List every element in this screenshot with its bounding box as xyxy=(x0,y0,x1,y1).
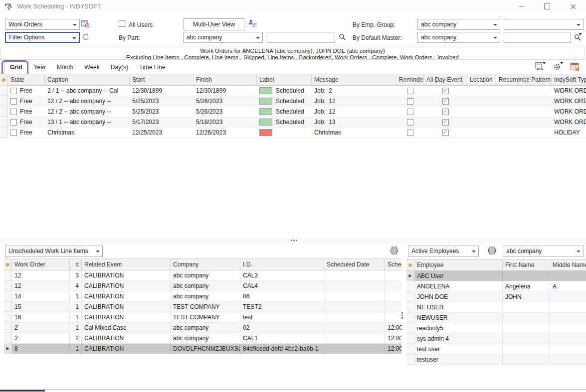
row-checkbox[interactable] xyxy=(10,88,17,94)
maximize-button[interactable] xyxy=(534,0,560,13)
table-row[interactable]: 14 1 CALIBRATION abc company 06 xyxy=(4,291,401,302)
emp-group-combo-2[interactable] xyxy=(504,19,584,30)
table-row[interactable]: test user xyxy=(406,344,586,355)
location-cell xyxy=(467,128,496,137)
col-work-order[interactable]: Work Order xyxy=(12,259,70,270)
col-start[interactable]: Start xyxy=(130,74,194,85)
related-event-cell: CALIBRATION xyxy=(82,302,171,312)
tab-timeline[interactable]: Time Line xyxy=(134,61,171,74)
employees-view-combo[interactable]: Active Employees xyxy=(408,246,479,257)
table-row[interactable]: 12 4 CALIBRATION abc company CAL4 xyxy=(4,281,401,291)
col-location[interactable]: Location xyxy=(467,74,496,85)
all-day-checkbox[interactable] xyxy=(442,109,449,115)
reminder-checkbox[interactable] xyxy=(407,109,413,115)
table-row[interactable]: 2 2 CALIBRATION abc company CAL1 12:00:0… xyxy=(4,333,401,344)
row-checkbox[interactable] xyxy=(10,130,17,136)
table-row[interactable]: NEWUSER xyxy=(406,313,586,323)
emp-group-value: abc company xyxy=(421,21,456,28)
employee-company-combo[interactable]: abc company xyxy=(503,246,584,257)
reminder-checkbox[interactable] xyxy=(407,119,413,126)
table-row[interactable]: JOHN DOE JOHN xyxy=(406,292,586,302)
table-row[interactable]: NE USER xyxy=(406,302,586,313)
tab-month[interactable]: Month xyxy=(51,61,79,74)
col-message[interactable]: Message xyxy=(312,74,396,85)
col-first-name[interactable]: First Name xyxy=(503,260,550,270)
table-row[interactable]: 15 1 CALIBRATION TEST COMPANY TEST2 xyxy=(4,302,401,312)
table-row-selected[interactable]: ▶ ABC User xyxy=(406,271,586,281)
all-day-checkbox[interactable] xyxy=(442,98,449,105)
multi-user-view-button[interactable]: Multi-User View xyxy=(184,18,244,30)
reminder-checkbox[interactable] xyxy=(407,88,413,94)
row-checkbox[interactable] xyxy=(10,98,17,105)
all-day-checkbox[interactable] xyxy=(442,130,449,136)
header-indicator-cell[interactable] xyxy=(0,74,8,85)
horizontal-splitter[interactable] xyxy=(0,237,586,244)
print-icon-left[interactable] xyxy=(390,247,399,256)
table-row[interactable]: testuser xyxy=(406,355,586,365)
default-master-combo[interactable]: abc company xyxy=(417,32,500,43)
table-row[interactable]: Free 12 / 2 -- abc company -- 5/25/2023 … xyxy=(0,96,586,107)
col-finish[interactable]: Finish xyxy=(194,74,257,85)
col-caption[interactable]: Caption xyxy=(45,74,130,85)
table-row[interactable]: Free 13 / 1 -- abc company -- 5/17/2023 … xyxy=(0,117,586,128)
row-checkbox[interactable] xyxy=(10,109,17,115)
unscheduled-items-combo[interactable]: Unscheduled Work Line Items xyxy=(5,246,103,257)
emp-group-combo[interactable]: abc company xyxy=(417,19,500,30)
table-row[interactable]: Free 2 / 1 -- abc company -- Cal 12/30/1… xyxy=(0,86,586,96)
gear-settings-icon[interactable] xyxy=(553,62,564,72)
col-reminder[interactable]: Reminder xyxy=(396,74,424,85)
default-master-search-input[interactable] xyxy=(504,32,571,43)
header-indicator-cell[interactable] xyxy=(406,260,414,270)
col-middle-name[interactable]: Middle Name xyxy=(550,260,586,270)
table-row[interactable]: 2 1 Cal Mixed Case abc company 02 12:00:… xyxy=(4,323,401,333)
col-company[interactable]: Company xyxy=(171,259,240,270)
employee-cell: NE USER xyxy=(414,302,503,312)
table-row[interactable]: ANGELENA Angelena A xyxy=(406,281,586,292)
search-dropdown-icon[interactable] xyxy=(574,32,583,41)
minimize-button[interactable] xyxy=(508,0,534,13)
calendar-clock-icon[interactable] xyxy=(81,19,90,28)
row-checkbox[interactable] xyxy=(10,119,17,126)
col-recurrence-pattern[interactable]: Recurrence Pattern xyxy=(496,74,552,85)
by-part-combo[interactable]: abc company xyxy=(183,32,263,43)
multi-user-icon[interactable] xyxy=(248,19,257,28)
table-row[interactable]: readonly5 xyxy=(406,323,586,334)
header-indicator-cell[interactable] xyxy=(4,259,12,270)
by-part-search-input[interactable] xyxy=(267,32,335,43)
reminder-checkbox[interactable] xyxy=(407,98,413,105)
col-id[interactable]: I.D. xyxy=(240,259,324,270)
all-day-checkbox[interactable] xyxy=(442,88,449,94)
view-type-combo[interactable]: Work Orders xyxy=(5,19,80,30)
table-row[interactable]: 12 3 CALIBRATION abc company CAL3 xyxy=(4,270,401,281)
tab-days[interactable]: Day(s) xyxy=(105,61,134,74)
col-all-day-event[interactable]: All Day Event xyxy=(424,74,467,85)
save-layout-icon[interactable] xyxy=(535,62,546,72)
search-icon[interactable] xyxy=(339,33,348,42)
table-row[interactable]: Free 12 / 2 -- abc company -- 5/25/2023 … xyxy=(0,107,586,117)
tab-week[interactable]: Week xyxy=(79,61,105,74)
col-employee[interactable]: Employee xyxy=(414,260,503,270)
all-day-checkbox[interactable] xyxy=(442,119,449,126)
filter-options-combo[interactable]: Filter Options xyxy=(5,32,80,43)
table-row-selected[interactable]: ▶ 8 1 CALIBRATION DOVDLFHCNMZJBUXSLFCGNU… xyxy=(4,344,401,354)
table-row[interactable]: 16 1 CALIBRATION TEST COMPANY test xyxy=(4,312,401,323)
col-number[interactable]: # xyxy=(70,259,82,270)
reminder-checkbox[interactable] xyxy=(407,130,413,136)
col-label[interactable]: Label xyxy=(257,74,312,85)
col-scheduled-date[interactable]: Scheduled Date xyxy=(324,259,385,270)
calendar-icon[interactable] xyxy=(570,62,581,72)
refresh-icon[interactable] xyxy=(81,33,90,42)
vertical-splitter-handle[interactable] xyxy=(401,312,403,314)
table-row[interactable]: Free Christmas 12/25/2023 12/26/2023 Chr… xyxy=(0,128,586,138)
table-row[interactable]: sys admin 4 xyxy=(406,334,586,344)
print-icon-right[interactable] xyxy=(488,247,497,256)
filter-indicator-icon xyxy=(6,263,9,266)
reminder-cell xyxy=(396,96,424,106)
col-indysoft-type[interactable]: IndySoft Type xyxy=(552,74,586,85)
col-related-event[interactable]: Related Event xyxy=(82,259,171,270)
close-button[interactable] xyxy=(560,0,586,13)
all-users-checkbox[interactable] xyxy=(119,20,125,27)
tab-year[interactable]: Year xyxy=(28,61,51,74)
col-scheduled-time[interactable]: Scheduled Time xyxy=(385,259,401,270)
col-state[interactable]: State xyxy=(8,74,45,85)
